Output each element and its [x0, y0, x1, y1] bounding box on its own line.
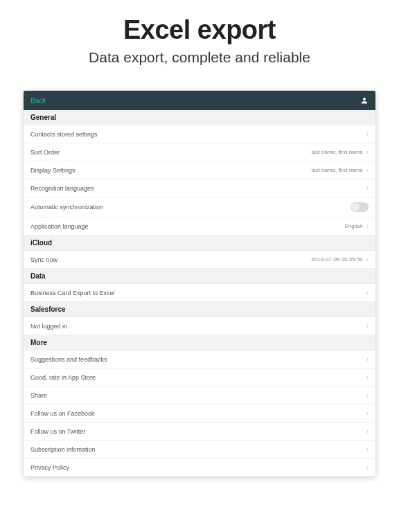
row-label: Automatic synchronization: [30, 204, 103, 211]
chevron-right-icon: ›: [366, 410, 369, 417]
chevron-right-icon: ›: [366, 428, 369, 435]
chevron-right-icon: ›: [366, 149, 369, 156]
row-label: Subscription infomation: [30, 446, 96, 453]
row-follow-facebook[interactable]: Follow us on Facebook ›: [24, 405, 375, 423]
row-display-settings[interactable]: Display Settings last name, first name ›: [24, 161, 375, 179]
section-header-more: More: [24, 335, 375, 351]
chevron-right-icon: ›: [366, 464, 369, 471]
row-label: Sort Order: [30, 149, 60, 156]
row-value: last name, first name: [311, 167, 362, 173]
nav-bar: Back: [24, 91, 375, 110]
hero-subtitle: Data export, complete and reliable: [14, 49, 385, 66]
row-suggestions[interactable]: Suggestions and feedbacks ›: [24, 351, 375, 369]
chevron-right-icon: ›: [366, 290, 369, 296]
section-header-salesforce: Salesforce: [24, 302, 375, 317]
row-value: last name, first name: [311, 149, 362, 155]
row-label: Not logged in: [30, 323, 67, 330]
row-contacts-settings[interactable]: Contacts stored settings ›: [24, 125, 375, 143]
row-label: Suggestions and feedbacks: [30, 356, 107, 363]
row-export-excel[interactable]: Business Card Export to Excel ›: [24, 284, 375, 302]
back-button[interactable]: Back: [30, 97, 46, 105]
chevron-right-icon: ›: [366, 446, 369, 453]
chevron-right-icon: ›: [366, 356, 369, 363]
row-label: Sync now: [30, 256, 57, 263]
chevron-right-icon: ›: [366, 392, 369, 399]
chevron-right-icon: ›: [366, 167, 369, 174]
row-subscription-info[interactable]: Subscription infomation ›: [24, 441, 375, 459]
row-label: Recognition languages: [30, 185, 94, 192]
row-salesforce-status[interactable]: Not logged in ›: [24, 317, 375, 335]
row-application-language[interactable]: Application language English ›: [24, 218, 375, 236]
row-follow-twitter[interactable]: Follow us on Twitter ›: [24, 423, 375, 441]
section-header-data: Data: [24, 269, 375, 284]
row-value: 2019-07-09 20:35:50: [311, 256, 362, 263]
chevron-right-icon: ›: [366, 256, 369, 263]
profile-icon[interactable]: [360, 96, 369, 105]
row-recognition-languages[interactable]: Recognition languages ›: [24, 179, 375, 197]
row-label: Application language: [30, 223, 89, 230]
settings-screen: Back General Contacts stored settings › …: [24, 91, 375, 477]
row-label: Contacts stored settings: [30, 131, 98, 138]
row-label: Follow us on Twitter: [30, 428, 85, 435]
chevron-right-icon: ›: [366, 374, 369, 381]
row-privacy-policy[interactable]: Privacy Policy ›: [24, 459, 375, 477]
row-label: Share: [30, 392, 47, 399]
row-sort-order[interactable]: Sort Order last name, first name ›: [24, 143, 375, 161]
row-automatic-sync[interactable]: Automatic synchronization: [24, 197, 375, 218]
row-label: Follow us on Facebook: [30, 410, 95, 417]
row-label: Privacy Policy: [30, 464, 69, 471]
row-value: English: [344, 223, 362, 229]
chevron-right-icon: ›: [366, 223, 369, 230]
hero-section: Excel export Data export, complete and r…: [0, 0, 399, 78]
svg-point-0: [363, 98, 366, 100]
chevron-right-icon: ›: [366, 185, 369, 192]
hero-title: Excel export: [14, 15, 385, 45]
row-label: Display Settings: [30, 167, 76, 174]
row-rate-app-store[interactable]: Good, rate in App Store ›: [24, 369, 375, 387]
toggle-switch[interactable]: [351, 202, 369, 212]
row-label: Business Card Export to Excel: [30, 290, 115, 296]
row-sync-now[interactable]: Sync now 2019-07-09 20:35:50 ›: [24, 251, 375, 269]
row-share[interactable]: Share ›: [24, 387, 375, 405]
chevron-right-icon: ›: [366, 131, 369, 138]
section-header-general: General: [24, 110, 375, 125]
section-header-icloud: iCloud: [24, 236, 375, 251]
row-label: Good, rate in App Store: [30, 374, 96, 381]
chevron-right-icon: ›: [366, 323, 369, 330]
